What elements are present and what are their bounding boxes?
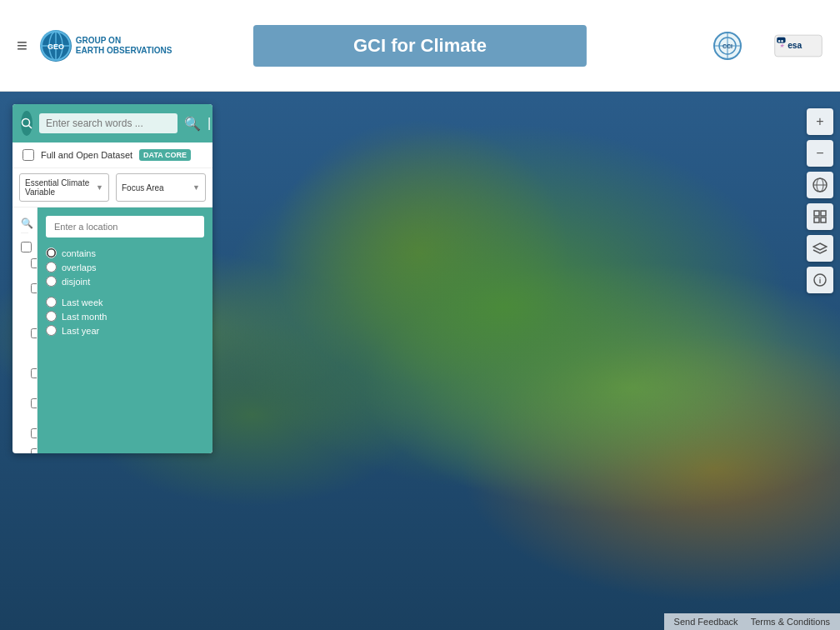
dropdowns-row: Essential Climate Variable ▼ Focus Area … <box>12 168 212 208</box>
filter-panel: contains overlaps disjoint Last week <box>38 208 212 453</box>
overlaps-option[interactable]: overlaps <box>46 262 204 272</box>
esa-logo: ★ esa ●● <box>773 29 823 62</box>
svg-rect-23 <box>821 218 826 222</box>
search-actions: 🔍 | ✕ ◀ <box>184 116 212 132</box>
list-item[interactable]: Latent and Sensible heat fluxes <box>21 306 31 361</box>
overlaps-label: overlaps <box>62 262 97 272</box>
last-year-option[interactable]: Last year <box>46 325 204 336</box>
zoom-in-button[interactable]: + <box>807 108 833 135</box>
soil-moisture-checkbox[interactable] <box>31 428 38 438</box>
hamburger-icon[interactable]: ≡ <box>17 35 28 57</box>
search-submit-icon[interactable]: 🔍 <box>184 116 201 132</box>
svg-point-15 <box>22 119 30 127</box>
contains-label: contains <box>62 248 96 258</box>
latent-heat-checkbox[interactable] <box>31 328 38 338</box>
list-item[interactable]: Above-ground biomass <box>21 386 31 421</box>
globe-button[interactable] <box>807 172 833 198</box>
geo-logo-emblem: GEO <box>40 30 72 62</box>
focus-area-dropdown[interactable]: Focus Area ▼ <box>116 173 206 202</box>
layers-button[interactable] <box>807 235 833 262</box>
full-open-checkbox[interactable] <box>22 149 34 161</box>
search-icon-btn[interactable] <box>21 111 32 136</box>
contains-option[interactable]: contains <box>46 248 204 258</box>
last-week-option[interactable]: Last week <box>46 297 204 308</box>
last-week-radio[interactable] <box>46 297 57 308</box>
geo-logo-text: GROUP ON EARTH OBSERVATIONS <box>76 36 172 56</box>
svg-marker-24 <box>813 243 827 250</box>
last-month-label: Last month <box>62 312 107 322</box>
time-filter-group: Last week Last month Last year <box>46 297 204 336</box>
svg-text:★: ★ <box>779 42 785 48</box>
list-item[interactable]: Groundwater <box>21 446 31 453</box>
page-title: GCI for Climate <box>353 35 487 57</box>
map-area[interactable]: 🔍 | ✕ ◀ Full and Open Dataset DATA CORE … <box>0 92 840 630</box>
overlaps-radio[interactable] <box>46 262 57 272</box>
topbar-right: CCI ★ esa ●● <box>711 29 823 62</box>
search-bar: 🔍 | ✕ ◀ <box>12 104 212 142</box>
disjoint-option[interactable]: disjoint <box>46 276 204 287</box>
map-tools: + − <box>807 108 833 293</box>
disjoint-label: disjoint <box>62 277 90 287</box>
terms-link[interactable]: Terms & Conditions <box>751 617 830 627</box>
left-panel: 🔍 | ✕ ◀ Full and Open Dataset DATA CORE … <box>12 104 212 453</box>
list-item[interactable]: Soil Carbon <box>21 361 31 386</box>
svg-rect-22 <box>814 218 819 222</box>
above-ground-biomass-checkbox[interactable] <box>31 398 38 408</box>
grid-button[interactable] <box>807 203 833 230</box>
albedo-checkbox[interactable] <box>31 258 38 268</box>
svg-line-16 <box>29 126 32 129</box>
last-month-radio[interactable] <box>46 311 57 322</box>
checklist-area: 🔍 ✕ TERRESTRIAL Albedo Land Surface Temp… <box>12 208 38 453</box>
svg-text:GEO: GEO <box>48 42 64 51</box>
svg-text:●●: ●● <box>778 38 784 42</box>
topbar-left: ≡ GEO GROUP ON EARTH OBSERVATIONS <box>17 30 172 62</box>
contains-radio[interactable] <box>46 248 57 258</box>
svg-rect-20 <box>814 211 819 216</box>
filter-row: Full and Open Dataset DATA CORE <box>12 142 212 168</box>
svg-text:CCI: CCI <box>722 43 732 49</box>
land-surface-temp-checkbox[interactable] <box>31 283 38 293</box>
spatial-relation-group: contains overlaps disjoint <box>46 248 204 287</box>
checklist-search-icon: 🔍 <box>21 218 33 229</box>
focus-area-dropdown-arrow: ▼ <box>192 183 200 192</box>
location-input[interactable] <box>46 216 204 238</box>
ecv-dropdown[interactable]: Essential Climate Variable ▼ <box>19 173 109 202</box>
zoom-out-button[interactable]: − <box>807 140 833 167</box>
svg-text:esa: esa <box>788 41 802 50</box>
disjoint-radio[interactable] <box>46 276 57 287</box>
svg-text:i: i <box>819 277 822 285</box>
full-open-label: Full and Open Dataset <box>41 150 132 160</box>
list-item[interactable]: Albedo <box>21 256 31 271</box>
send-feedback-link[interactable]: Send Feedback <box>674 617 738 627</box>
ecv-dropdown-arrow: ▼ <box>96 183 103 192</box>
search-input[interactable] <box>39 113 178 133</box>
soil-carbon-checkbox[interactable] <box>31 368 38 378</box>
last-month-option[interactable]: Last month <box>46 311 204 322</box>
topbar: ≡ GEO GROUP ON EARTH OBSERVATIONS GCI fo… <box>0 0 840 92</box>
last-year-label: Last year <box>62 326 99 336</box>
geocore-badge: DATA CORE <box>139 149 191 161</box>
list-item[interactable]: Soil moisture <box>21 421 31 446</box>
last-year-radio[interactable] <box>46 325 57 336</box>
cci-logo: CCI <box>711 29 761 62</box>
terrestrial-section-header: TERRESTRIAL <box>21 238 28 256</box>
geo-logo: GEO GROUP ON EARTH OBSERVATIONS <box>40 30 172 62</box>
panel-content: 🔍 ✕ TERRESTRIAL Albedo Land Surface Temp… <box>12 208 212 453</box>
last-week-label: Last week <box>62 298 103 308</box>
terrestrial-checkbox[interactable] <box>21 242 32 252</box>
groundwater-checkbox[interactable] <box>31 448 38 453</box>
map-footer: Send Feedback Terms & Conditions <box>664 613 840 630</box>
info-button[interactable]: i <box>807 267 833 293</box>
list-item[interactable]: Land Surface Temperature <box>21 271 31 306</box>
svg-rect-21 <box>821 211 826 216</box>
title-banner: GCI for Climate <box>253 25 587 67</box>
